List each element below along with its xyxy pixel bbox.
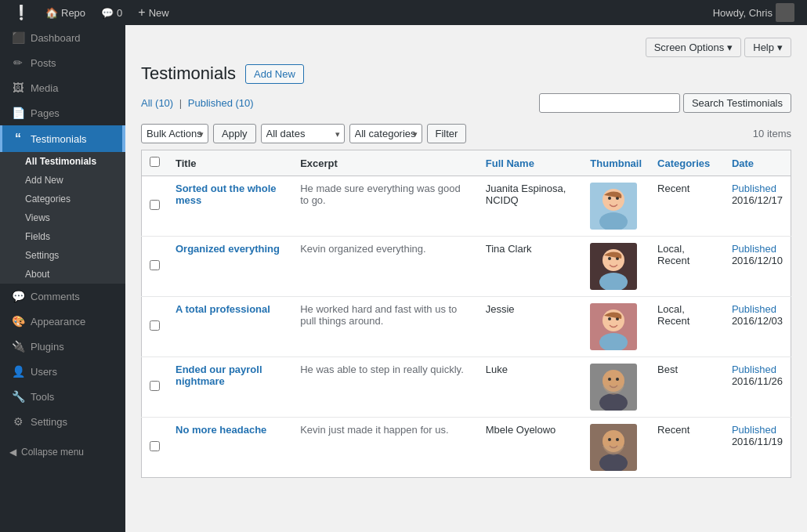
submenu-item-settings[interactable]: Settings (0, 246, 125, 265)
thumbnail-sort-link[interactable]: Thumbnail (590, 157, 642, 169)
all-filter-link[interactable]: All (10) (141, 97, 173, 109)
new-content-button[interactable]: + New (132, 0, 175, 25)
filter-button[interactable]: Filter (427, 124, 467, 143)
row-categories: Recent (657, 424, 689, 436)
submenu-item-fields[interactable]: Fields (0, 227, 125, 246)
sidebar-item-pages[interactable]: 📄 Pages (0, 100, 125, 125)
sidebar-item-tools[interactable]: 🔧 Tools (0, 384, 125, 409)
sidebar-item-plugins[interactable]: 🔌 Plugins (0, 334, 125, 359)
appearance-icon: 🎨 (12, 315, 24, 328)
submenu-item-add-new[interactable]: Add New (0, 171, 125, 190)
row-fullname-cell: Luke (478, 357, 583, 418)
media-icon: 🖼 (12, 81, 24, 94)
row-checkbox-cell (142, 418, 168, 478)
testimonials-table: Title Excerpt Full Name Thumbnail Catego… (141, 150, 791, 478)
add-new-button[interactable]: Add New (245, 64, 304, 84)
row-categories-cell: Recent (650, 176, 724, 237)
search-input[interactable] (539, 93, 680, 113)
row-title-link[interactable]: Organized everything (176, 243, 280, 255)
settings-icon: ⚙ (12, 415, 24, 428)
row-date: 2016/12/03 (732, 315, 783, 327)
sidebar-item-appearance[interactable]: 🎨 Appearance (0, 309, 125, 334)
submenu-item-about[interactable]: About (0, 265, 125, 284)
row-excerpt-cell: Kevin just made it happen for us. (292, 418, 478, 478)
sidebar-item-dashboard[interactable]: ⬛ Dashboard (0, 25, 125, 50)
row-fullname: Juanita Espinosa, NCIDQ (486, 183, 566, 206)
row-checkbox[interactable] (150, 441, 160, 451)
submenu-item-categories[interactable]: Categories (0, 190, 125, 208)
screen-meta-bar: Screen Options ▾ Help ▾ (141, 38, 791, 57)
comments-button[interactable]: 💬 0 (95, 0, 128, 25)
th-fullname: Full Name (478, 150, 583, 176)
apply-button[interactable]: Apply (213, 124, 256, 143)
submenu-item-views[interactable]: Views (0, 208, 125, 227)
row-title-link[interactable]: A total professional (176, 303, 270, 315)
posts-icon: ✏ (12, 56, 24, 69)
row-checkbox[interactable] (150, 260, 160, 270)
sidebar-item-users[interactable]: 👤 Users (0, 359, 125, 384)
select-all-checkbox[interactable] (150, 157, 160, 167)
sidebar-label-appearance: Appearance (31, 316, 85, 328)
submenu-item-all-testimonials[interactable]: All Testimonials (0, 152, 125, 171)
search-button[interactable]: Search Testimonials (683, 93, 791, 113)
sidebar-item-posts[interactable]: ✏ Posts (0, 50, 125, 75)
collapse-arrow-icon: ◀ (9, 447, 16, 458)
screen-options-button[interactable]: Screen Options ▾ (646, 38, 742, 57)
sidebar-item-media[interactable]: 🖼 Media (0, 75, 125, 100)
row-title-link[interactable]: Ended our payroll nightmare (176, 364, 262, 387)
sidebar-item-testimonials[interactable]: “ Testimonials (0, 125, 125, 152)
dashboard-icon: ⬛ (12, 31, 24, 44)
bulk-actions-select[interactable]: Bulk Actions (141, 124, 208, 143)
table-body: Sorted out the whole mess He made sure e… (142, 176, 791, 478)
row-title-link[interactable]: No more headache (176, 424, 266, 436)
site-name-button[interactable]: 🏠 Repo (39, 0, 92, 25)
sidebar-label-posts: Posts (31, 57, 56, 69)
all-dates-select[interactable]: All dates November 2016 December 2016 (261, 124, 345, 143)
row-checkbox[interactable] (150, 381, 160, 391)
row-thumbnail-cell (582, 357, 650, 418)
row-excerpt: He made sure everything was good to go. (300, 183, 461, 206)
collapse-menu-button[interactable]: ◀ Collapse menu (0, 440, 125, 464)
filter-links: All (10) | Published (10) (141, 97, 254, 109)
screen-options-label: Screen Options (654, 42, 725, 53)
sidebar-label-plugins: Plugins (31, 341, 64, 353)
row-checkbox[interactable] (150, 200, 160, 210)
row-title-cell: No more headache (168, 418, 292, 478)
help-label: Help (753, 42, 774, 53)
published-filter-link[interactable]: Published (10) (188, 97, 254, 109)
row-date-cell: Published 2016/12/10 (724, 237, 791, 297)
user-avatar[interactable] (776, 3, 794, 22)
row-title-cell: Organized everything (168, 237, 292, 297)
row-date: 2016/12/17 (732, 194, 783, 206)
testimonials-submenu: All Testimonials Add New Categories View… (0, 152, 125, 284)
svg-point-10 (608, 317, 611, 320)
sidebar-item-comments[interactable]: 💬 Comments (0, 284, 125, 309)
wp-logo-button[interactable]: ❕ (6, 0, 36, 25)
row-fullname: Jessie (486, 303, 515, 315)
row-status: Published (732, 183, 776, 194)
date-sort-link[interactable]: Date (732, 157, 754, 169)
fullname-sort-link[interactable]: Full Name (486, 157, 534, 169)
row-excerpt-cell: He worked hard and fast with us to pull … (292, 297, 478, 357)
tools-icon: 🔧 (12, 390, 24, 403)
row-excerpt: He worked hard and fast with us to pull … (300, 303, 457, 327)
all-categories-select[interactable]: All categories Best Local Recent (349, 124, 422, 143)
row-categories: Local, Recent (657, 243, 689, 266)
svg-point-17 (599, 454, 628, 471)
sidebar-label-media: Media (31, 82, 58, 94)
plugins-icon: 🔌 (12, 340, 24, 353)
row-checkbox[interactable] (150, 320, 160, 331)
svg-point-19 (616, 438, 619, 441)
categories-sort-link[interactable]: Categories (657, 157, 710, 169)
row-date: 2016/11/19 (732, 436, 783, 447)
row-title-cell: A total professional (168, 297, 292, 357)
row-categories-cell: Local, Recent (650, 297, 724, 357)
table-row: A total professional He worked hard and … (142, 297, 791, 357)
sidebar-item-settings[interactable]: ⚙ Settings (0, 409, 125, 434)
row-date-cell: Published 2016/12/03 (724, 297, 791, 357)
row-title-link[interactable]: Sorted out the whole mess (176, 183, 277, 206)
row-categories-cell: Best (650, 357, 724, 418)
sidebar-label-tools: Tools (31, 391, 54, 403)
items-count: 10 items (753, 128, 791, 139)
help-button[interactable]: Help ▾ (744, 38, 791, 57)
